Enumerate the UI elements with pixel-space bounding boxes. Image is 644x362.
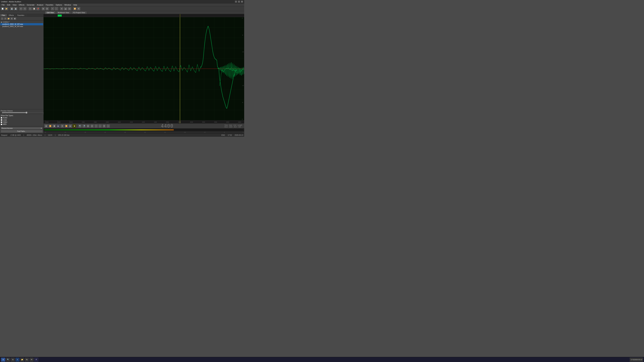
zoom-fit[interactable]: ⊞ [86, 124, 90, 128]
paste-button[interactable]: 📌 [36, 7, 40, 10]
undo-button[interactable]: ↩ [19, 7, 23, 10]
import-button[interactable]: ↓ [1, 17, 4, 20]
window-controls: — □ ✕ [235, 0, 243, 3]
filetype-audio-checkbox[interactable]: ✓ [1, 117, 2, 119]
left-panel: Files Effects Favorites ↓ + 📂 ✕ ▶ ▶ Unti… [0, 14, 44, 133]
scale-neg6: -6 [224, 132, 225, 133]
menu-favorites[interactable]: Favorites [45, 4, 54, 6]
preview-volume-slider[interactable]: -∞ +6 [2, 112, 44, 113]
waveform-svg [44, 17, 244, 120]
tab-favorites[interactable]: Favorites [16, 14, 26, 16]
close-button[interactable]: ✕ [241, 0, 243, 3]
trim-button[interactable]: ◁▷ [68, 7, 71, 10]
folder-path-button[interactable]: Fad Paths... [1, 130, 43, 133]
goto-start-button[interactable]: ⏮ [44, 124, 48, 128]
svg-text:4580: 4580 [214, 121, 217, 123]
menu-effects[interactable]: Effects [18, 4, 25, 6]
tree-group-icon: ▶ [1, 21, 2, 23]
waveform-area[interactable]: 0 -6 -12 -inf -12 -6 0 [44, 17, 244, 120]
svg-text:4360: 4360 [82, 121, 85, 123]
new-button[interactable]: 📄 [1, 7, 4, 10]
end-val: 4617 [234, 126, 237, 128]
record-button[interactable]: ⏺ [72, 124, 76, 128]
tab-files[interactable]: Files [0, 14, 7, 16]
app: Untitled - Adobe Audition — □ ✕ File Edi… [0, 0, 244, 137]
zoom-selection[interactable]: ⊡ [90, 124, 94, 128]
scale-neg36: -36 [124, 132, 126, 133]
zoom-amp-sel[interactable]: ↕ [106, 124, 110, 128]
filetype-loop-checkbox[interactable]: ✓ [1, 119, 2, 121]
zoom-in-button[interactable]: + [51, 7, 54, 10]
tab-effects[interactable]: Effects [7, 14, 16, 16]
goto-end-button[interactable]: ⏭ [68, 124, 72, 128]
select-all-button[interactable]: ⊞ [42, 7, 45, 10]
pause-button[interactable]: ⏸ [60, 124, 64, 128]
normalize-button[interactable]: ≋ [60, 7, 64, 10]
vu-meter [44, 128, 244, 131]
scale-neg18: -18 [184, 132, 186, 133]
file-tree: ▶ Untitled * position1_0002_W_WY.wav pos… [0, 21, 44, 109]
menu-analyze[interactable]: Analyze [36, 4, 44, 6]
status-separator-1: | [24, 134, 24, 136]
folder-section: Recent Access ▼ Fad Paths... [0, 126, 44, 133]
svg-text:4480: 4480 [154, 121, 157, 123]
menu-options[interactable]: Options [55, 4, 63, 6]
silence-button[interactable]: ▬ [64, 7, 68, 10]
redo-button[interactable]: ↪ [23, 7, 27, 10]
tab-edit-view[interactable]: Edit View [45, 11, 56, 14]
tab-multitrack-view[interactable]: Multitrack View [56, 11, 71, 14]
status-date: 2020-03-13 [234, 134, 243, 136]
loop-button[interactable]: 🔁 [73, 7, 77, 10]
status-separator-2: | [45, 134, 45, 136]
play-prev-button[interactable]: ⏪ [48, 124, 52, 128]
open-button[interactable]: 📂 [4, 7, 8, 10]
zoom-out-amp[interactable]: ↓ [98, 124, 102, 128]
status-time: 17:52 [228, 134, 232, 136]
vu-fill [44, 129, 174, 130]
menu-edit[interactable]: Edit [6, 4, 11, 6]
filetype-section: Show File Types: ✓ Audio ✓ Loop ✓ Video … [0, 114, 44, 126]
list-item[interactable]: position1_0001_W_WY.wav [0, 25, 43, 27]
cut-button[interactable]: ✂ [28, 7, 32, 10]
position-values-row: 4014 4400 4617 603 [224, 126, 242, 128]
svg-text:4420: 4420 [118, 121, 121, 123]
status-level: -17dB @ 4403 [10, 134, 21, 136]
save-button[interactable]: 💾 [10, 7, 14, 10]
zoom-in-time[interactable]: 🔍 [78, 124, 82, 128]
copy-button[interactable]: 📋 [32, 7, 36, 10]
filetype-midi-label: MIDI [3, 123, 6, 125]
deselect-button[interactable]: ⊟ [45, 7, 49, 10]
stop-button[interactable]: ⏹ [52, 124, 56, 128]
tab-fd-project-view[interactable]: FD Project View [71, 11, 87, 14]
tree-group-untitled[interactable]: ▶ Untitled * [0, 21, 43, 23]
zoom-in-amp[interactable]: ↑ [94, 124, 98, 128]
titlebar: Untitled - Adobe Audition — □ ✕ [0, 0, 244, 3]
close-file-button[interactable]: ✕ [10, 17, 13, 20]
play-next-button[interactable]: ⏩ [64, 124, 68, 128]
recent-access-dropdown[interactable]: Recent Access ▼ [1, 127, 43, 130]
minimize-button[interactable]: — [235, 0, 237, 3]
filetype-midi-checkbox[interactable]: ✓ [1, 123, 2, 125]
menu-window[interactable]: Window [64, 4, 72, 6]
open-file-button[interactable]: 📂 [7, 17, 10, 20]
svg-text:4320: 4320 [58, 121, 61, 123]
save-all-button[interactable]: 💾 [14, 7, 18, 10]
play-preview-button[interactable]: ▶ [14, 17, 16, 20]
new-session-button[interactable]: + [4, 17, 7, 20]
menu-help[interactable]: Help [72, 4, 78, 6]
menu-generate[interactable]: Generate [26, 4, 36, 6]
filetype-video-checkbox[interactable]: ✓ [1, 121, 2, 123]
play-button[interactable]: ▶ [56, 124, 60, 128]
zoom-full-amp[interactable]: ⬍ [102, 124, 106, 128]
zoom-out-button[interactable]: - [54, 7, 58, 10]
list-item[interactable]: position1_0002_W_WY.wav [0, 23, 43, 25]
maximize-button[interactable]: □ [238, 0, 240, 3]
menu-view[interactable]: View [12, 4, 18, 6]
db-label-top: 0 [242, 17, 244, 19]
zoom-out-time[interactable]: 🔎 [82, 124, 86, 128]
status-sample-rate-khz: 116 K [48, 134, 52, 136]
menu-file[interactable]: File [1, 4, 6, 6]
main-toolbar: 📄 📂 💾 💾 ↩ ↪ ✂ 📋 📌 ⊞ ⊟ + - ≋ ▬ ◁▷ 🔁 ⚙ [0, 6, 244, 11]
settings-button[interactable]: ⚙ [77, 7, 80, 10]
status-stopped: Stopped [1, 134, 7, 136]
